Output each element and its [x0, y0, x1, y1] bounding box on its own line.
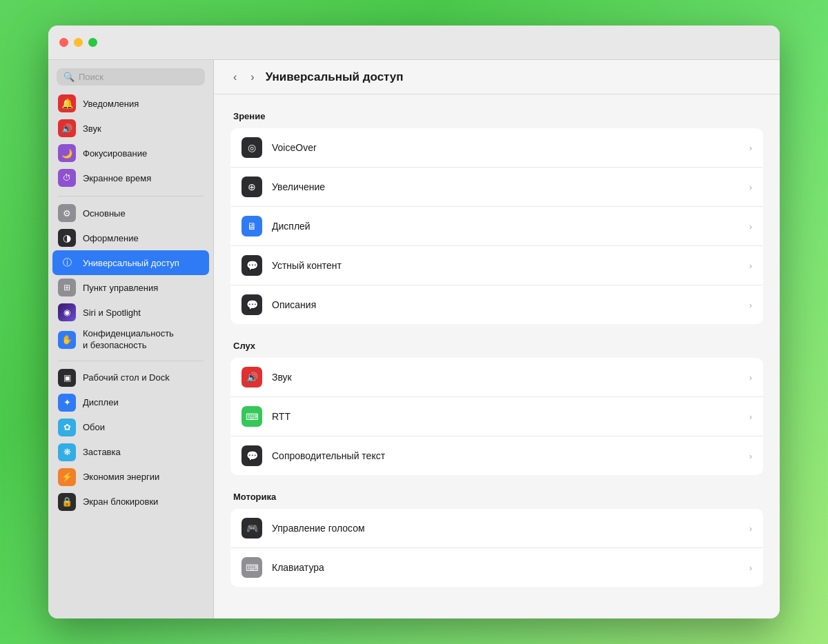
accessibility-label: Универсальный доступ [83, 258, 179, 268]
rtt-icon: ⌨ [241, 406, 262, 427]
lock-screen-label: Экран блокировки [83, 496, 158, 507]
voice-control-label: Управление голосом [272, 523, 740, 534]
main-content: ‹ › Универсальный доступ Зрение ◎ VoiceO… [214, 60, 780, 618]
settings-group-vision: ◎ VoiceOver › ⊕ Увеличение › 🖥 Дисплей › [230, 128, 763, 324]
rtt-chevron: › [749, 412, 752, 422]
wallpaper-icon: ✿ [58, 419, 76, 436]
notifications-icon: 🔔 [58, 94, 76, 112]
sidebar-item-siri[interactable]: ◉ Siri и Spotlight [52, 300, 209, 325]
voiceover-icon: ◎ [241, 137, 262, 158]
rtt-label: RTT [272, 411, 740, 422]
row-descriptions[interactable]: 💬 Описания › [230, 285, 763, 324]
row-sound-hearing[interactable]: 🔊 Звук › [230, 358, 763, 397]
main-window: 🔍 Поиск 🔔 Уведомления 🔊 Звук 🌙 [48, 26, 780, 618]
sidebar-item-accessibility[interactable]: ⓘ Универсальный доступ [52, 250, 209, 275]
sidebar-item-screensaver[interactable]: ❋ Заставка [52, 440, 209, 465]
sidebar-item-displays[interactable]: ✦ Дисплеи [52, 390, 209, 415]
sidebar-item-control-center[interactable]: ⊞ Пункт управления [52, 275, 209, 300]
sidebar-item-focus[interactable]: 🌙 Фокусирование [52, 141, 209, 165]
control-center-label: Пункт управления [83, 283, 158, 293]
sidebar-group-1: 🔔 Уведомления 🔊 Звук 🌙 Фокусирование ⏱ Э… [52, 91, 209, 190]
sidebar: 🔍 Поиск 🔔 Уведомления 🔊 Звук 🌙 [48, 60, 214, 618]
row-voiceover[interactable]: ◎ VoiceOver › [230, 128, 763, 168]
sidebar-item-privacy[interactable]: ✋ Конфиденциальностьи безопасность [52, 325, 209, 355]
voiceover-label: VoiceOver [272, 142, 740, 153]
general-label: Основные [83, 208, 126, 219]
sidebar-item-sound[interactable]: 🔊 Звук [52, 116, 209, 141]
sidebar-item-desktop-dock[interactable]: ▣ Рабочий стол и Dock [52, 365, 209, 390]
search-icon: 🔍 [63, 72, 75, 82]
screen-time-label: Экранное время [83, 173, 151, 183]
screensaver-icon: ❋ [58, 443, 76, 461]
sidebar-item-screen-time[interactable]: ⏱ Экранное время [52, 165, 209, 190]
appearance-icon: ◑ [58, 229, 76, 247]
display-icon: 🖥 [241, 216, 262, 237]
sound-hearing-icon: 🔊 [241, 367, 262, 388]
search-placeholder: Поиск [79, 72, 103, 82]
battery-icon: ⚡ [58, 468, 76, 486]
control-center-icon: ⊞ [58, 279, 76, 296]
sound-hearing-chevron: › [749, 372, 752, 383]
titlebar [48, 26, 780, 60]
minimize-button[interactable] [74, 38, 83, 47]
privacy-icon: ✋ [58, 331, 76, 349]
sidebar-item-general[interactable]: ⚙ Основные [52, 201, 209, 225]
search-bar[interactable]: 🔍 Поиск [57, 68, 205, 85]
row-display[interactable]: 🖥 Дисплей › [230, 207, 763, 246]
descriptions-chevron: › [749, 300, 752, 310]
sidebar-group-2: ⚙ Основные ◑ Оформление ⓘ Универсальный … [52, 201, 209, 355]
main-header: ‹ › Универсальный доступ [214, 60, 780, 94]
siri-label: Siri и Spotlight [83, 308, 141, 318]
focus-label: Фокусирование [83, 148, 147, 159]
privacy-label: Конфиденциальностьи безопасность [83, 328, 174, 352]
general-icon: ⚙ [58, 204, 76, 222]
desktop-dock-icon: ▣ [58, 369, 76, 387]
siri-icon: ◉ [58, 303, 76, 321]
maximize-button[interactable] [88, 38, 97, 47]
section-title-motor: Моторика [233, 492, 763, 502]
window-content: 🔍 Поиск 🔔 Уведомления 🔊 Звук 🌙 [48, 60, 780, 618]
row-rtt[interactable]: ⌨ RTT › [230, 397, 763, 436]
forward-button[interactable]: › [248, 68, 257, 86]
sidebar-item-battery[interactable]: ⚡ Экономия энергии [52, 465, 209, 490]
voice-control-icon: 🎮 [241, 518, 262, 539]
desktop-dock-label: Рабочий стол и Dock [83, 372, 170, 383]
row-voice-control[interactable]: 🎮 Управление голосом › [230, 509, 763, 548]
zoom-icon: ⊕ [241, 177, 262, 197]
sidebar-item-wallpaper[interactable]: ✿ Обои [52, 415, 209, 440]
settings-group-motor: 🎮 Управление голосом › ⌨ Клавиатура › [230, 509, 763, 587]
spoken-content-icon: 💬 [241, 255, 262, 276]
screen-time-icon: ⏱ [58, 169, 76, 187]
sound-hearing-label: Звук [272, 372, 740, 383]
keyboard-icon: ⌨ [241, 557, 262, 578]
sidebar-list: 🔔 Уведомления 🔊 Звук 🌙 Фокусирование ⏱ Э… [48, 91, 213, 613]
sidebar-item-appearance[interactable]: ◑ Оформление [52, 225, 209, 250]
sidebar-item-lock-screen[interactable]: 🔒 Экран блокировки [52, 490, 209, 514]
descriptions-icon: 💬 [241, 294, 262, 315]
display-label: Дисплей [272, 221, 740, 232]
displays-label: Дисплеи [83, 397, 119, 407]
appearance-label: Оформление [83, 233, 139, 243]
section-title-vision: Зрение [233, 111, 763, 121]
row-zoom[interactable]: ⊕ Увеличение › [230, 168, 763, 207]
row-captions[interactable]: 💬 Сопроводительный текст › [230, 436, 763, 475]
captions-label: Сопроводительный текст [272, 450, 740, 461]
notifications-label: Уведомления [83, 99, 139, 109]
captions-icon: 💬 [241, 445, 262, 466]
zoom-label: Увеличение [272, 181, 740, 192]
back-button[interactable]: ‹ [230, 68, 239, 86]
keyboard-label: Клавиатура [272, 562, 740, 573]
main-body: Зрение ◎ VoiceOver › ⊕ Увеличение › 🖥 Д [214, 94, 780, 618]
screensaver-label: Заставка [83, 447, 121, 457]
row-spoken-content[interactable]: 💬 Устный контент › [230, 246, 763, 285]
battery-label: Экономия энергии [83, 472, 159, 482]
sound-label: Звук [83, 123, 101, 134]
accessibility-icon: ⓘ [58, 254, 76, 272]
section-title-hearing: Слух [233, 341, 763, 351]
spoken-content-label: Устный контент [272, 260, 740, 271]
settings-group-hearing: 🔊 Звук › ⌨ RTT › 💬 Сопроводительный текс… [230, 358, 763, 475]
sidebar-item-notifications[interactable]: 🔔 Уведомления [52, 91, 209, 116]
voiceover-chevron: › [749, 143, 752, 153]
close-button[interactable] [59, 38, 68, 47]
row-keyboard[interactable]: ⌨ Клавиатура › [230, 548, 763, 587]
